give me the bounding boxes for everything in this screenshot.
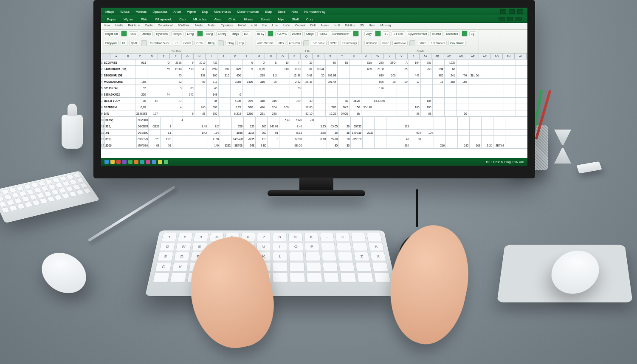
cell[interactable] [278,91,290,97]
column-header[interactable]: AA [420,54,431,59]
cell[interactable] [326,85,338,91]
cell[interactable] [516,85,527,91]
tray-app-icon[interactable] [164,160,168,164]
cell[interactable] [505,117,517,123]
cell[interactable] [208,117,220,123]
ribbon-button[interactable]: Llg [469,31,476,36]
cell[interactable] [457,85,468,91]
cell[interactable]: 51 [161,142,172,148]
cell[interactable]: 8E:C0 [291,142,303,148]
cell[interactable] [195,98,207,104]
cell[interactable]: MW5G6K82 [137,142,149,148]
cell[interactable]: 26N [207,66,219,72]
cell[interactable]: 300 [256,130,268,135]
cell[interactable] [434,130,446,135]
cell[interactable]: 3B285KBK [135,110,147,116]
titlebar-item[interactable]: Nomocennrag [304,10,325,14]
menu-item[interactable]: Phis [141,17,148,21]
cell[interactable]: 8.2 [266,72,278,78]
cell[interactable] [445,85,457,91]
cell[interactable]: 109 [470,142,482,148]
cell[interactable]: 15 [278,59,290,65]
cell[interactable]: 45 [171,72,183,78]
cell[interactable]: -35ET0 [351,136,363,142]
cell[interactable]: O [159,59,171,65]
cell[interactable]: 65730 [351,123,363,129]
cell[interactable] [195,85,207,91]
cell[interactable] [480,59,492,65]
cell[interactable] [421,91,433,97]
cell[interactable]: 3:48 [196,123,208,129]
cell[interactable] [350,91,361,97]
cell[interactable] [315,142,327,148]
cell[interactable] [421,85,433,91]
cell[interactable] [493,117,505,123]
cell[interactable] [482,130,493,135]
cell[interactable] [290,91,302,97]
cell[interactable]: 34.26 [350,98,361,104]
cell[interactable]: 288 [266,110,278,116]
column-header[interactable]: L [241,54,253,59]
cell[interactable] [242,85,254,91]
cell[interactable] [279,123,291,129]
cell[interactable]: -35 [327,130,339,135]
cell[interactable] [458,136,470,142]
ribbon-button[interactable]: Iblime [380,41,391,45]
row-label-cell[interactable]: 2006 [104,142,137,148]
cell[interactable] [375,142,386,148]
column-header[interactable]: G [182,54,194,59]
menu-item[interactable]: Stull [292,17,299,21]
cell[interactable] [505,136,517,142]
cell[interactable] [480,85,492,91]
cell[interactable] [183,79,195,85]
cell[interactable]: -85 [327,142,339,148]
cell[interactable] [504,85,516,91]
tray-app-icon[interactable] [146,160,150,164]
cell[interactable] [219,59,231,65]
cell[interactable] [446,136,458,142]
ribbon-button[interactable]: Sne ssble [311,41,327,45]
cell[interactable] [279,130,291,135]
cell[interactable]: LCO [445,59,457,65]
cell[interactable] [433,91,445,97]
ribbon-help-icon[interactable] [507,17,513,21]
cell[interactable] [385,66,397,72]
cell[interactable]: 44 [159,91,171,97]
cell[interactable]: 65-10 [327,136,339,142]
cell[interactable]: 219 [242,98,254,104]
ribbon-button[interactable]: Earemnccowr [331,31,351,36]
cell[interactable]: 40 [207,85,219,91]
cell[interactable]: 185 [421,98,433,104]
row-header[interactable]: 10 [101,117,104,123]
ribbon-button[interactable]: wrel: 35 Dors [256,41,275,45]
cell[interactable]: 3ET08 [232,142,244,148]
column-header[interactable]: AC [443,54,455,59]
cell[interactable] [172,130,184,135]
cell[interactable] [492,85,504,91]
cell[interactable] [421,79,433,85]
cell[interactable] [480,79,492,85]
cell[interactable]: (285 [326,104,338,110]
cell[interactable]: 310 [278,66,290,72]
ribbon-button[interactable]: Eor craeors [429,41,447,45]
cell[interactable]: 685 [361,66,373,72]
cell[interactable] [314,91,326,97]
cell[interactable]: 1406 [242,79,254,85]
cell[interactable] [159,79,171,85]
ribbon-button[interactable]: Yhp [237,41,246,45]
titlebar-item[interactable]: Mlaps [105,10,114,14]
cell[interactable]: IO [326,59,338,65]
cell[interactable] [303,142,315,148]
ribbon-button[interactable]: DcArna [290,31,303,36]
cell[interactable] [254,85,266,91]
cell[interactable]: 426 [254,104,266,110]
cell[interactable]: 086 [373,79,385,85]
cell[interactable]: 6128 [291,117,303,123]
cell[interactable] [434,136,446,142]
cell[interactable] [256,117,268,123]
cell[interactable] [361,91,373,97]
cell[interactable]: 03BSVK1200 [137,136,149,142]
row-header[interactable]: 14 [101,142,104,148]
titlebar-item[interactable]: Elup [265,10,272,14]
cell[interactable] [385,85,397,91]
